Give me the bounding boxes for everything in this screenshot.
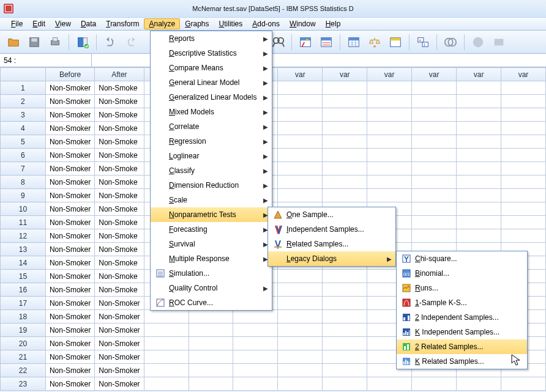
- analyze-item-regression[interactable]: Regression▶: [151, 134, 272, 149]
- analyze-item-correlate[interactable]: Correlate▶: [151, 119, 272, 134]
- cell[interactable]: Non-Smoke: [95, 81, 144, 95]
- cell[interactable]: Non-Smoker: [45, 189, 94, 202]
- empty-cell[interactable]: [278, 364, 323, 377]
- cell[interactable]: Non-Smoke: [95, 176, 144, 189]
- var-column-header[interactable]: var: [501, 68, 546, 81]
- analyze-item-scale[interactable]: Scale▶: [151, 193, 272, 207]
- row-header[interactable]: 21: [1, 350, 46, 364]
- empty-cell[interactable]: [457, 189, 501, 202]
- row-header[interactable]: 2: [1, 95, 46, 108]
- spellcheck-icon[interactable]: [469, 34, 487, 51]
- more-icon[interactable]: [490, 34, 507, 51]
- cell[interactable]: Non-Smoker: [45, 229, 94, 243]
- empty-cell[interactable]: [367, 162, 412, 176]
- legacy-dialogs-submenu[interactable]: Chi-square...0/1Binomial...Runs...1-Samp…: [396, 251, 528, 369]
- empty-cell[interactable]: [189, 350, 233, 364]
- empty-cell[interactable]: [501, 162, 546, 176]
- empty-cell[interactable]: [189, 324, 233, 337]
- cell[interactable]: Non-Smoke: [95, 108, 144, 122]
- legacy-item-k-independent-samples[interactable]: K Independent Samples...: [397, 325, 527, 339]
- empty-cell[interactable]: [367, 81, 412, 95]
- empty-cell[interactable]: [233, 377, 278, 391]
- empty-cell[interactable]: [189, 310, 233, 324]
- empty-cell[interactable]: [412, 95, 457, 108]
- empty-cell[interactable]: [367, 377, 412, 391]
- empty-cell[interactable]: [501, 135, 546, 149]
- empty-cell[interactable]: [457, 202, 501, 216]
- save-icon[interactable]: [26, 34, 43, 51]
- insert-var-icon[interactable]: [387, 34, 404, 51]
- empty-cell[interactable]: [278, 162, 323, 176]
- empty-cell[interactable]: [457, 95, 501, 108]
- empty-cell[interactable]: [278, 189, 323, 202]
- empty-cell[interactable]: [323, 95, 367, 108]
- empty-cell[interactable]: [278, 337, 323, 350]
- empty-cell[interactable]: [278, 95, 323, 108]
- row-header[interactable]: 13: [1, 243, 46, 256]
- empty-cell[interactable]: [233, 364, 278, 377]
- empty-cell[interactable]: [457, 149, 501, 162]
- open-icon[interactable]: [5, 34, 22, 51]
- empty-cell[interactable]: [278, 176, 323, 189]
- empty-cell[interactable]: [367, 176, 412, 189]
- column-header-before[interactable]: Before: [45, 68, 94, 81]
- cell[interactable]: Non-Smoker: [45, 202, 94, 216]
- empty-cell[interactable]: [457, 229, 501, 243]
- analyze-item-classify[interactable]: Classify▶: [151, 163, 272, 178]
- menu-utilities[interactable]: Utilities: [214, 18, 248, 29]
- empty-cell[interactable]: [501, 81, 546, 95]
- cell-reference-box[interactable]: 54 :: [0, 54, 92, 67]
- select-cases-icon[interactable]: [318, 34, 335, 51]
- menu-file[interactable]: File: [6, 18, 28, 29]
- legacy-item-k-related-samples[interactable]: K Related Samples...: [397, 354, 527, 369]
- cell[interactable]: Non-Smoke: [95, 95, 144, 108]
- row-header[interactable]: 9: [1, 189, 46, 202]
- empty-cell[interactable]: [278, 283, 323, 297]
- row-header[interactable]: 19: [1, 324, 46, 337]
- empty-cell[interactable]: [323, 189, 367, 202]
- sets-icon[interactable]: [442, 34, 459, 51]
- row-header[interactable]: 22: [1, 364, 46, 377]
- row-header[interactable]: 6: [1, 149, 46, 162]
- empty-cell[interactable]: [144, 350, 189, 364]
- var-column-header[interactable]: var: [457, 68, 501, 81]
- cell[interactable]: Non-Smoke: [95, 189, 144, 202]
- value-labels-icon[interactable]: [345, 34, 362, 51]
- cell[interactable]: Non-Smoke: [95, 162, 144, 176]
- empty-cell[interactable]: [323, 297, 367, 310]
- empty-cell[interactable]: [501, 229, 546, 243]
- empty-cell[interactable]: [278, 81, 323, 95]
- row-header[interactable]: 5: [1, 135, 46, 149]
- weight-icon[interactable]: [366, 34, 383, 51]
- empty-cell[interactable]: [323, 122, 367, 135]
- cell[interactable]: Non-Smoker: [45, 108, 94, 122]
- empty-cell[interactable]: [323, 377, 367, 391]
- cell[interactable]: Non-Smoker: [45, 350, 94, 364]
- row-header[interactable]: 8: [1, 176, 46, 189]
- menu-analyze[interactable]: Analyze: [144, 18, 180, 29]
- analyze-item-generalized-linear-models[interactable]: Generalized Linear Models▶: [151, 90, 272, 105]
- empty-cell[interactable]: [457, 216, 501, 229]
- cell[interactable]: Non-Smoker: [45, 310, 94, 324]
- split-icon[interactable]: [297, 34, 314, 51]
- empty-cell[interactable]: [278, 149, 323, 162]
- cell[interactable]: Non-Smoker: [45, 364, 94, 377]
- row-header[interactable]: 17: [1, 297, 46, 310]
- empty-cell[interactable]: [412, 162, 457, 176]
- cell[interactable]: Non-Smoker: [45, 270, 94, 283]
- cell[interactable]: Non-Smoker: [95, 350, 144, 364]
- empty-cell[interactable]: [144, 377, 189, 391]
- menu-help[interactable]: Help: [321, 18, 346, 29]
- cell[interactable]: Non-Smoker: [45, 122, 94, 135]
- row-header[interactable]: 11: [1, 216, 46, 229]
- empty-cell[interactable]: [457, 176, 501, 189]
- analyze-item-mixed-models[interactable]: Mixed Models▶: [151, 105, 272, 119]
- empty-cell[interactable]: [501, 176, 546, 189]
- empty-cell[interactable]: [501, 202, 546, 216]
- row-header[interactable]: 12: [1, 229, 46, 243]
- empty-cell[interactable]: [278, 377, 323, 391]
- row-header[interactable]: 10: [1, 202, 46, 216]
- empty-cell[interactable]: [367, 122, 412, 135]
- empty-cell[interactable]: [189, 377, 233, 391]
- empty-cell[interactable]: [189, 337, 233, 350]
